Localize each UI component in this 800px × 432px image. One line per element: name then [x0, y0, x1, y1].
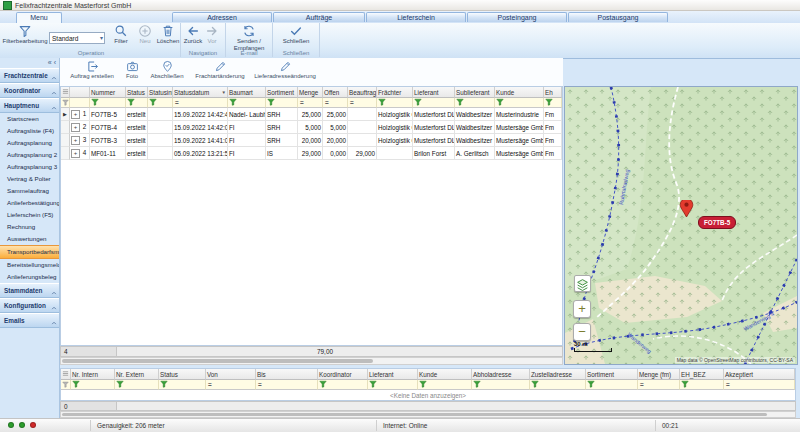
filter-cell-koordinator[interactable]: [318, 380, 368, 390]
sidebar-item-startscreen[interactable]: Startscreen: [0, 113, 59, 125]
deliveries-grid-hscrollbar[interactable]: [60, 411, 796, 418]
cell[interactable]: [348, 121, 377, 134]
filter-cell-lieferant[interactable]: [368, 380, 418, 390]
auftrag-erstellen-button[interactable]: Auftrag erstellen: [68, 60, 116, 79]
cell[interactable]: Mustersäge GmbH & co KG: [495, 147, 544, 160]
sidebar-group-frachtzentrale[interactable]: Frachtzentrale: [0, 68, 59, 83]
zoom-out-button[interactable]: −: [573, 323, 591, 341]
column-header-eh[interactable]: Eh: [544, 87, 562, 98]
filter-cell-status[interactable]: [159, 380, 206, 390]
sidebar-collapse-button[interactable]: « ‹: [0, 58, 59, 68]
column-header-koordinator[interactable]: Koordinator: [318, 369, 368, 380]
column-header-offen[interactable]: Offen: [323, 87, 348, 98]
column-header-menge-fm[interactable]: Menge (fm): [638, 369, 680, 380]
foto-button[interactable]: Foto: [122, 60, 142, 79]
column-header-sublieferant[interactable]: Sublieferant: [455, 87, 495, 98]
filter-cell-baumart[interactable]: [228, 98, 266, 108]
sidebar-item-sammelauftrag[interactable]: Sammelauftrag: [0, 185, 59, 197]
tab-posteingang[interactable]: Posteingang: [467, 12, 567, 22]
sidebar-item-bereitstellungsmeldung[interactable]: Bereitstellungsmeldung: [0, 259, 59, 271]
table-row[interactable]: + 4MF01-11erstellt05.09.2022 13:21:52FII…: [61, 147, 562, 160]
tab-adressen[interactable]: Adressen: [172, 12, 272, 22]
frachtartaenderung-button[interactable]: Frachtartänderung: [192, 60, 248, 79]
map[interactable]: Ruhrtalradweg Wanderweg Wanderweg 4 FO7T…: [564, 86, 798, 365]
table-row[interactable]: + 2FO7TB-4erstellt15.09.2022 14:42:06FIS…: [61, 121, 562, 134]
cell[interactable]: 20,000: [298, 134, 323, 147]
expand-icon[interactable]: +: [71, 110, 80, 119]
column-header-abholadresse[interactable]: Abholadresse: [472, 369, 530, 380]
filter-cell-nummer[interactable]: [90, 98, 126, 108]
cell[interactable]: FO7TB-3: [90, 134, 126, 147]
cell[interactable]: [148, 108, 173, 121]
cell[interactable]: Holzlogistik GmbH: [377, 121, 413, 134]
expand-icon[interactable]: +: [71, 123, 80, 132]
filter-cell-eh-bez[interactable]: [680, 380, 724, 390]
orders-grid-hscrollbar[interactable]: [60, 357, 563, 365]
sidebar-item-rechnung[interactable]: Rechnung: [0, 221, 59, 233]
column-header-nr-extern[interactable]: Nr. Extern: [115, 369, 159, 380]
column-header-statusinfo[interactable]: Statusinfo: [148, 87, 173, 98]
cell[interactable]: Musterforst DL: [413, 108, 455, 121]
filter-cell-sortiment[interactable]: [586, 380, 638, 390]
cell[interactable]: [148, 121, 173, 134]
sidebar-group-konfiguration[interactable]: Konfiguration: [0, 298, 59, 313]
filter-cell-zustelladresse[interactable]: [530, 380, 586, 390]
filterbearbeitung-button[interactable]: Filterbearbeitung: [2, 24, 48, 45]
filter-cell-abholadresse[interactable]: [472, 380, 530, 390]
filter-button[interactable]: Filter: [108, 24, 134, 45]
sidebar-item-auftragsplanung-3[interactable]: Auftragsplanung 3: [0, 161, 59, 173]
sidebar-item-vertrag-polter[interactable]: Vertrag & Polter: [0, 173, 59, 185]
cell[interactable]: 29,000: [348, 147, 377, 160]
scrollbar-thumb[interactable]: [62, 413, 767, 416]
column-header-beauftragt[interactable]: Beauftragt: [348, 87, 377, 98]
tab-postausgang[interactable]: Postausgang: [568, 12, 668, 22]
cell[interactable]: 20,000: [323, 134, 348, 147]
sidebar-item-transportbedarfsmeldung[interactable]: Transportbedarfsmeldung: [0, 245, 59, 259]
column-header-lieferant[interactable]: Lieferant: [413, 87, 455, 98]
filter-cell-kunde[interactable]: [495, 98, 544, 108]
cell[interactable]: erstellt: [126, 108, 148, 121]
filter-cell-von[interactable]: =: [206, 380, 256, 390]
filter-cell-indicator[interactable]: [70, 98, 90, 108]
cell[interactable]: FI: [228, 121, 266, 134]
cell[interactable]: SRH: [266, 108, 298, 121]
cell[interactable]: 29,000: [298, 147, 323, 160]
cell[interactable]: Fm: [544, 121, 562, 134]
cell[interactable]: Mustersäge GmbH & co KG: [495, 121, 544, 134]
loeschen-button[interactable]: Löschen: [156, 24, 180, 45]
cell[interactable]: FO7TB-4: [90, 121, 126, 134]
column-header-sortiment[interactable]: Sortiment: [266, 87, 298, 98]
column-header-eh-bez[interactable]: EH_BEZ: [680, 369, 724, 380]
filter-cell-offen[interactable]: =: [323, 98, 348, 108]
column-header-zustelladresse[interactable]: Zustelladresse: [530, 369, 586, 380]
filter-cell-statusinfo[interactable]: [148, 98, 173, 108]
filter-cell-menge-fm[interactable]: =: [638, 380, 680, 390]
tab-menu[interactable]: Menu: [16, 12, 62, 23]
map-terrain[interactable]: Ruhrtalradweg Wanderweg Wanderweg 4: [565, 87, 797, 364]
filter-cell-sortiment[interactable]: [266, 98, 298, 108]
cell[interactable]: FI: [228, 147, 266, 160]
cell[interactable]: Waldbesitzer 1: [455, 108, 495, 121]
column-header-menge[interactable]: Menge: [298, 87, 323, 98]
cell[interactable]: A. Gerlitsch: [455, 147, 495, 160]
cell[interactable]: [348, 134, 377, 147]
abschliessen-button[interactable]: Abschließen: [148, 60, 186, 79]
sidebar-item-anlieferungsbeleg[interactable]: Anlieferungsbeleg: [0, 271, 59, 283]
cell[interactable]: Holzlogistik GmbH: [377, 108, 413, 121]
column-header-kunde[interactable]: Kunde: [418, 369, 472, 380]
tab-lieferschein[interactable]: Lieferschein: [366, 12, 466, 22]
sidebar-group-hauptmenu[interactable]: Hauptmenu: [0, 98, 59, 113]
cell[interactable]: Musterforst DL: [413, 134, 455, 147]
sidebar-item-auftragsplanung-2[interactable]: Auftragsplanung 2: [0, 149, 59, 161]
sidebar-item-auftragsliste-f4[interactable]: Auftragsliste (F4): [0, 125, 59, 137]
lieferadresseaenderung-button[interactable]: Lieferadresseänderung: [252, 60, 318, 79]
zoom-in-button[interactable]: +: [573, 300, 591, 318]
table-row[interactable]: + 3FO7TB-3erstellt15.09.2022 14:41:06FIS…: [61, 134, 562, 147]
cell[interactable]: MF01-11: [90, 147, 126, 160]
cell[interactable]: 0,000: [323, 147, 348, 160]
cell[interactable]: 25,000: [323, 108, 348, 121]
column-header-fr-chter[interactable]: Frächter: [377, 87, 413, 98]
column-header-lieferant[interactable]: Lieferant: [368, 369, 418, 380]
cell[interactable]: 5,000: [323, 121, 348, 134]
cell[interactable]: 25,000: [298, 108, 323, 121]
